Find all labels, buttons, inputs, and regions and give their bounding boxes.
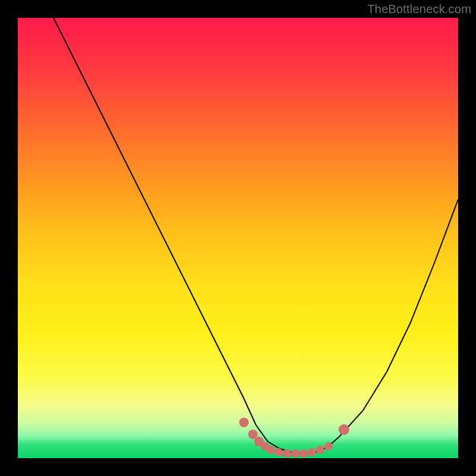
tolerance-marker (339, 424, 349, 435)
tolerance-marker (316, 446, 324, 454)
tolerance-marker (308, 448, 316, 456)
tolerance-marker (267, 446, 275, 454)
curve-layer (18, 18, 458, 458)
tolerance-marker (299, 449, 308, 458)
tolerance-marker (324, 442, 333, 450)
tolerance-marker (291, 449, 299, 458)
tolerance-marker (274, 448, 283, 456)
chart-frame: TheBottleneck.com (0, 0, 476, 476)
bottleneck-curve (54, 18, 458, 453)
plot-area (18, 18, 458, 458)
watermark-text: TheBottleneck.com (367, 2, 471, 16)
tolerance-marker (239, 418, 249, 427)
tolerance-marker (283, 449, 291, 458)
